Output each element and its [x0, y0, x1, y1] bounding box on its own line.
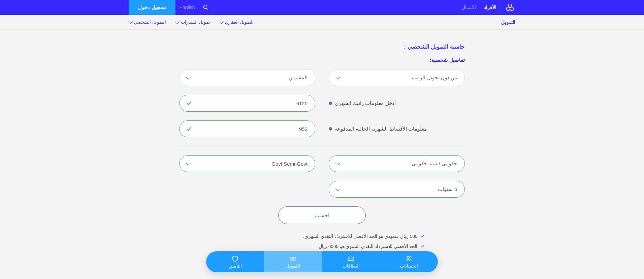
calculate-button[interactable]: احسب	[278, 206, 366, 224]
note-item: الحد الأقصى للاسترداد النقدي السنوي هو 6…	[179, 244, 425, 250]
bottom-nav-insurance[interactable]: التأمين	[206, 251, 264, 272]
select-value: من دون تحويل الراتب	[329, 69, 465, 86]
chevron-down-icon	[128, 19, 133, 24]
search-icon[interactable]	[203, 4, 209, 10]
note-item: 500 ريال سعودي هو الحد الأقصى للاسترداد …	[179, 233, 425, 240]
divider	[179, 146, 465, 146]
section-title: تفاصيل شخصية:	[179, 57, 465, 63]
info-icon[interactable]	[329, 127, 332, 131]
subnav-item-realestate[interactable]: التمويل العقاري	[220, 20, 254, 25]
svg-point-10	[292, 258, 294, 260]
nav-label: البطاقات	[343, 263, 360, 269]
subnav-label: تمويل السيارات	[181, 20, 210, 25]
bottom-nav-financing[interactable]: التمويل	[264, 251, 322, 272]
card-icon	[347, 255, 355, 262]
subnav-title: التمويل	[501, 20, 515, 25]
bottom-nav-cards[interactable]: البطاقات	[322, 251, 380, 272]
calculator-form: حاسبة التمويل الشخصي : تفاصيل شخصية: من …	[174, 43, 470, 260]
subnav-label: التمويل الشخصي	[134, 20, 166, 25]
installments-input-wrapper	[179, 120, 315, 137]
svg-line-4	[207, 8, 208, 9]
svg-point-1	[506, 7, 510, 11]
svg-point-5	[407, 256, 409, 258]
top-header: الأفراد الأعمال English تسجيل دخول	[0, 0, 644, 15]
bottom-nav-accounts[interactable]: الحسابات	[380, 251, 438, 272]
shield-icon	[231, 255, 239, 262]
subnav-item-cars[interactable]: تمويل السيارات	[175, 20, 210, 25]
note-text: الحد الأقصى للاسترداد النقدي السنوي هو 6…	[317, 244, 417, 250]
check-icon	[420, 244, 425, 250]
svg-point-3	[204, 5, 207, 9]
installments-input[interactable]	[179, 120, 315, 137]
monthly-salary-label: أدخل معلومات راتبك الشهري	[335, 100, 396, 106]
nav-label: الحسابات	[400, 263, 418, 269]
monthly-salary-input-wrapper	[179, 95, 315, 112]
logo	[505, 2, 515, 13]
sector-ar-select[interactable]: حكومى / شبه حكومى	[329, 155, 465, 172]
svg-point-6	[410, 256, 411, 258]
salary-transfer-select[interactable]: من دون تحويل الراتب	[329, 69, 465, 86]
check-icon	[420, 234, 425, 240]
nav-individuals[interactable]: الأفراد	[484, 5, 496, 10]
sub-nav: التمويل التمويل العقاري تمويل السيارات ا…	[0, 15, 644, 30]
select-value: Govt Semi-Govt	[179, 155, 315, 172]
bottom-nav: الحسابات البطاقات التمويل التأمين	[206, 251, 438, 272]
info-icon[interactable]	[329, 102, 332, 105]
installments-label: معلومات الأقساط الشهرية الحالية المدفوعة	[335, 126, 427, 132]
svg-rect-9	[290, 257, 296, 260]
monthly-salary-input[interactable]	[179, 95, 315, 112]
residency-select[interactable]: المقيمين	[179, 69, 315, 86]
sector-en-select[interactable]: Govt Semi-Govt	[179, 155, 315, 172]
chevron-down-icon	[175, 19, 180, 24]
language-toggle[interactable]: English	[180, 5, 195, 10]
duration-select[interactable]: 5 سنوات	[329, 181, 465, 198]
nav-label: التأمين	[229, 263, 242, 269]
money-icon	[289, 255, 297, 262]
svg-rect-7	[348, 257, 354, 261]
login-button[interactable]: تسجيل دخول	[129, 0, 175, 15]
select-value: حكومى / شبه حكومى	[329, 155, 465, 172]
calculator-title: حاسبة التمويل الشخصي :	[179, 43, 465, 50]
chevron-down-icon	[219, 19, 224, 24]
svg-point-2	[510, 7, 514, 11]
user-icon	[405, 255, 413, 262]
note-text: 500 ريال سعودي هو الحد الأقصى للاسترداد …	[303, 233, 417, 240]
nav-label: التمويل	[286, 263, 300, 269]
select-value: المقيمين	[179, 69, 315, 86]
subnav-item-personal[interactable]: التمويل الشخصي	[129, 20, 166, 25]
nav-business[interactable]: الأعمال	[462, 5, 476, 10]
select-value: 5 سنوات	[329, 181, 465, 198]
subnav-label: التمويل العقاري	[225, 20, 254, 25]
